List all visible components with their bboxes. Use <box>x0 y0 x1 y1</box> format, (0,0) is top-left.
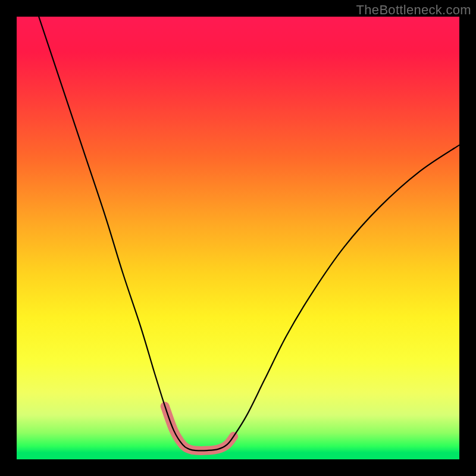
plot-background-gradient <box>17 17 459 459</box>
plot-area <box>17 17 459 459</box>
watermark-text: TheBottleneck.com <box>356 2 471 18</box>
